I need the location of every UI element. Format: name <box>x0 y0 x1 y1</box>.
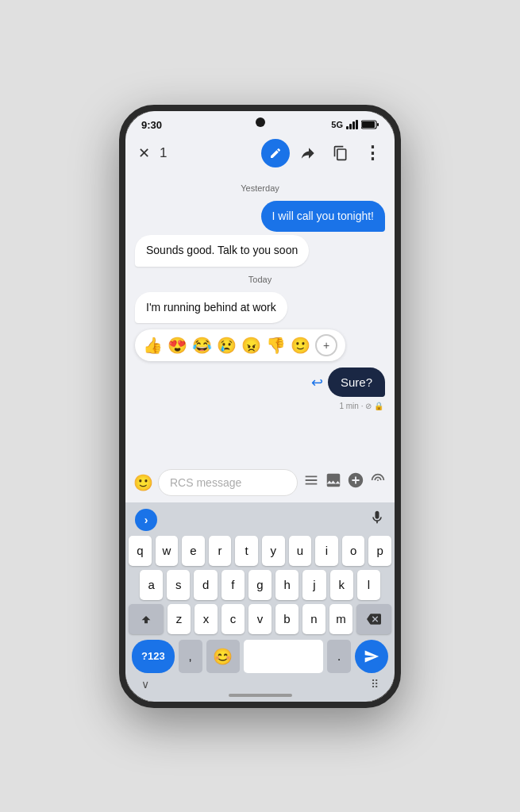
key-x[interactable]: x <box>195 604 218 634</box>
battery-icon <box>361 120 379 129</box>
key-c[interactable]: c <box>221 604 245 634</box>
received-bubble-1: Sounds good. Talk to you soon <box>135 235 309 267</box>
status-icons: 5G <box>331 120 379 129</box>
key-q[interactable]: q <box>129 536 152 566</box>
close-button[interactable]: ✕ <box>135 141 153 165</box>
camera-notch <box>256 117 265 127</box>
send-button[interactable] <box>355 640 388 673</box>
keyboard-row-1: q w e r t y u i o p <box>129 536 391 566</box>
key-r[interactable]: r <box>209 536 232 566</box>
key-e[interactable]: e <box>182 536 205 566</box>
selection-count: 1 <box>160 145 167 161</box>
copy-button[interactable] <box>328 140 353 166</box>
image-button[interactable] <box>325 471 342 493</box>
svg-rect-1 <box>362 121 375 128</box>
gesture-bar: ∨ ⠿ <box>129 675 391 698</box>
space-key[interactable] <box>244 640 323 673</box>
numeric-mode-button[interactable]: ?123 <box>132 640 175 673</box>
keyboard-layout-button[interactable]: ⠿ <box>371 678 379 691</box>
status-time: 9:30 <box>141 119 162 131</box>
edit-button[interactable] <box>261 139 290 167</box>
date-today: Today <box>135 275 385 284</box>
emoji-add-button[interactable]: + <box>315 334 337 356</box>
message-input[interactable]: RCS message <box>158 469 298 496</box>
emoji-thumbsup[interactable]: 👍 <box>143 336 163 355</box>
keyboard-bottom-row: ?123 , 😊 . <box>129 638 391 675</box>
gesture-row: ∨ ⠿ <box>129 678 391 691</box>
emoji-angry[interactable]: 😠 <box>241 336 261 355</box>
signal-bars-icon <box>346 120 358 129</box>
emoji-cry[interactable]: 😢 <box>217 336 237 355</box>
phone-screen: 9:30 5G ✕ 1 <box>125 111 395 702</box>
date-yesterday: Yesterday <box>135 183 385 193</box>
key-h[interactable]: h <box>275 570 299 600</box>
network-label: 5G <box>331 120 343 129</box>
period-key[interactable]: . <box>327 640 351 673</box>
key-o[interactable]: o <box>342 536 365 566</box>
key-z[interactable]: z <box>168 604 191 634</box>
key-p[interactable]: p <box>368 536 391 566</box>
key-a[interactable]: a <box>140 570 163 600</box>
input-emoji-button[interactable]: 🙂 <box>133 473 153 492</box>
emoji-heart-eyes[interactable]: 😍 <box>168 336 187 355</box>
key-u[interactable]: u <box>289 536 312 566</box>
key-w[interactable]: w <box>156 536 179 566</box>
key-l[interactable]: l <box>357 570 380 600</box>
emoji-thumbsdown[interactable]: 👎 <box>266 336 286 355</box>
microphone-button[interactable] <box>369 510 385 529</box>
key-v[interactable]: v <box>248 604 272 634</box>
reply-icon[interactable]: ↩ <box>311 374 323 391</box>
forward-icon <box>301 145 317 161</box>
attach-button[interactable] <box>347 471 364 493</box>
emoji-keyboard-key[interactable]: 😊 <box>206 640 240 673</box>
emoji-reaction-bar[interactable]: 👍 😍 😂 😢 😠 👎 🙂 + <box>135 329 345 361</box>
key-k[interactable]: k <box>330 570 353 600</box>
template-button[interactable] <box>302 471 320 493</box>
forward-button[interactable] <box>296 140 322 166</box>
reply-bubble: Sure? <box>328 368 385 397</box>
emoji-laugh[interactable]: 😂 <box>192 336 212 355</box>
keyboard-expand-button[interactable]: › <box>135 509 157 531</box>
comma-key[interactable]: , <box>179 640 202 673</box>
phone-frame: 9:30 5G ✕ 1 <box>119 105 401 708</box>
input-placeholder: RCS message <box>170 476 241 489</box>
input-bar: 🙂 RCS message <box>125 463 395 502</box>
edit-icon <box>269 147 282 160</box>
key-t[interactable]: t <box>235 536 258 566</box>
key-f[interactable]: f <box>221 570 245 600</box>
reply-row: ↩ Sure? <box>135 368 385 397</box>
copy-icon <box>333 145 349 161</box>
key-s[interactable]: s <box>167 570 190 600</box>
backspace-key[interactable] <box>356 604 391 634</box>
message-meta: 1 min · ⊘ 🔒 <box>135 402 383 410</box>
key-i[interactable]: i <box>315 536 338 566</box>
received-bubble-2: I'm running behind at work <box>135 292 287 324</box>
key-y[interactable]: y <box>262 536 285 566</box>
sent-bubble-1: I will call you tonight! <box>261 201 385 233</box>
keyboard-hide-button[interactable]: ∨ <box>141 678 149 691</box>
more-button[interactable]: ⋮ <box>360 140 385 166</box>
keyboard: › q w e r t y u i o p a s <box>125 502 395 702</box>
toolbar: ✕ 1 ⋮ <box>125 134 395 172</box>
keyboard-top-row: › <box>129 507 391 536</box>
svg-rect-2 <box>377 123 379 126</box>
shift-key[interactable] <box>129 604 164 634</box>
gesture-handle <box>229 694 292 697</box>
key-j[interactable]: j <box>302 570 325 600</box>
key-g[interactable]: g <box>248 570 272 600</box>
key-m[interactable]: m <box>329 604 352 634</box>
key-b[interactable]: b <box>275 604 299 634</box>
more-icon: ⋮ <box>364 144 381 162</box>
chat-area: Yesterday I will call you tonight! Sound… <box>125 172 395 463</box>
keyboard-row-2: a s d f g h j k l <box>129 570 391 600</box>
key-n[interactable]: n <box>302 604 325 634</box>
audio-button[interactable] <box>369 471 387 493</box>
keyboard-row-3: z x c v b n m <box>129 604 391 634</box>
emoji-face-button[interactable]: 🙂 <box>291 336 310 355</box>
key-d[interactable]: d <box>194 570 217 600</box>
